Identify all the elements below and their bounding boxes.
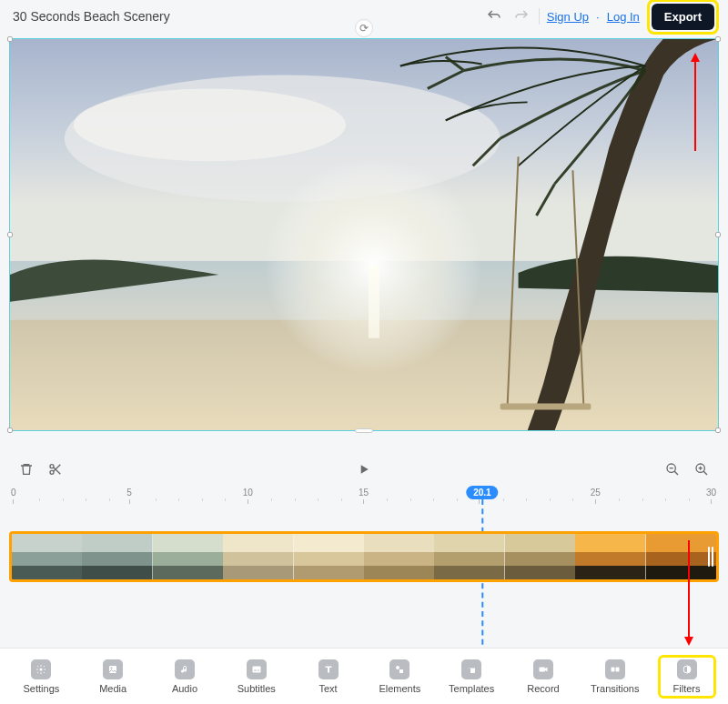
templates-icon — [461, 659, 481, 679]
video-preview[interactable]: ⟳ — [9, 38, 719, 431]
subtitles-icon — [247, 659, 267, 679]
svg-rect-30 — [223, 534, 293, 552]
nav-label: Subtitles — [238, 683, 276, 694]
ruler-tick: 30 — [706, 488, 716, 504]
timeline-ruler[interactable]: 051015202530 20.1 — [16, 488, 712, 511]
svg-marker-11 — [691, 53, 700, 62]
svg-rect-35 — [294, 566, 364, 579]
resize-handle-bl[interactable] — [7, 427, 13, 433]
svg-point-53 — [40, 668, 43, 670]
svg-rect-41 — [434, 566, 504, 579]
nav-templates[interactable]: Templates — [442, 659, 500, 694]
svg-rect-47 — [575, 566, 645, 579]
svg-rect-21 — [12, 534, 82, 552]
text-icon — [318, 659, 339, 679]
nav-label: Filters — [673, 683, 701, 694]
zoom-out-button[interactable] — [662, 459, 682, 479]
annotation-arrow-export — [689, 53, 702, 153]
nav-record[interactable]: Record — [514, 659, 572, 694]
elements-icon — [389, 659, 410, 679]
clip-trim-right[interactable] — [705, 534, 716, 579]
svg-rect-32 — [223, 566, 293, 579]
export-button[interactable]: Export — [652, 4, 714, 30]
nav-label: Elements — [379, 683, 420, 694]
timeline-clip[interactable] — [9, 531, 719, 582]
ruler-tick: 15 — [359, 488, 369, 504]
audio-icon — [175, 659, 195, 679]
nav-label: Record — [527, 683, 559, 694]
resize-handle-br[interactable] — [715, 427, 721, 433]
svg-rect-36 — [364, 534, 434, 552]
ruler-tick: 10 — [243, 488, 253, 504]
svg-rect-28 — [153, 552, 223, 566]
nav-transitions[interactable]: Transitions — [586, 659, 644, 694]
nav-audio[interactable]: Audio — [156, 659, 214, 694]
svg-rect-25 — [82, 552, 152, 566]
timeline-thumbnail — [12, 534, 82, 579]
nav-label: Transitions — [591, 683, 639, 694]
svg-rect-42 — [505, 534, 575, 552]
timeline-thumbnail — [82, 534, 152, 579]
nav-label: Text — [318, 683, 337, 694]
resize-handle-bottom[interactable] — [355, 428, 373, 433]
resize-handle-ml[interactable] — [7, 232, 13, 237]
svg-rect-45 — [575, 534, 645, 552]
nav-settings[interactable]: Settings — [12, 659, 70, 694]
svg-rect-40 — [434, 552, 504, 566]
svg-rect-23 — [12, 566, 82, 579]
auth-separator: · — [596, 10, 600, 24]
svg-rect-33 — [294, 534, 364, 552]
annotation-arrow-filters — [682, 538, 695, 646]
undo-button[interactable] — [484, 6, 504, 26]
timeline-thumbnail — [575, 534, 645, 579]
resize-handle-mr[interactable] — [715, 232, 721, 237]
nav-filters[interactable]: Filters — [658, 655, 716, 699]
svg-rect-60 — [399, 669, 403, 673]
nav-media[interactable]: Media — [84, 659, 142, 694]
nav-elements[interactable]: Elements — [370, 659, 429, 694]
signup-link[interactable]: Sign Up — [547, 10, 589, 24]
record-icon — [533, 659, 553, 679]
resize-handle-tr[interactable] — [715, 36, 721, 42]
export-highlight: Export — [647, 0, 719, 35]
svg-rect-29 — [153, 566, 223, 579]
timeline-thumbnail — [434, 534, 504, 579]
svg-rect-46 — [575, 552, 645, 566]
svg-rect-9 — [500, 404, 592, 410]
svg-point-2 — [74, 88, 346, 161]
nav-text[interactable]: Text — [299, 659, 358, 694]
redo-button[interactable] — [511, 6, 531, 26]
svg-rect-31 — [223, 552, 293, 566]
svg-point-55 — [111, 667, 113, 669]
svg-rect-24 — [82, 534, 152, 552]
play-button[interactable] — [354, 459, 374, 479]
timeline-thumbnail — [505, 534, 575, 579]
rotate-handle[interactable]: ⟳ — [355, 19, 373, 37]
svg-rect-56 — [252, 666, 260, 672]
nav-label: Media — [99, 683, 126, 694]
svg-rect-6 — [369, 266, 379, 338]
ruler-tick: 0 — [11, 488, 16, 504]
nav-label: Audio — [172, 683, 197, 694]
nav-label: Templates — [449, 683, 494, 694]
svg-rect-38 — [364, 566, 434, 579]
playhead-time: 20.1 — [466, 486, 498, 499]
svg-rect-27 — [153, 534, 223, 552]
split-button[interactable] — [46, 459, 66, 479]
svg-rect-34 — [294, 552, 364, 566]
svg-marker-52 — [684, 637, 693, 646]
delete-button[interactable] — [16, 459, 36, 479]
filters-icon — [677, 659, 697, 679]
svg-rect-65 — [611, 667, 614, 671]
svg-rect-63 — [468, 668, 470, 673]
timeline-thumbnail — [153, 534, 223, 579]
zoom-in-button[interactable] — [692, 459, 712, 479]
svg-rect-57 — [254, 669, 257, 670]
svg-rect-22 — [12, 552, 82, 566]
svg-line-15 — [674, 471, 678, 475]
nav-subtitles[interactable]: Subtitles — [228, 659, 286, 694]
settings-icon — [31, 659, 51, 679]
separator — [539, 8, 540, 25]
login-link[interactable]: Log In — [607, 10, 640, 24]
resize-handle-tl[interactable] — [7, 36, 13, 42]
